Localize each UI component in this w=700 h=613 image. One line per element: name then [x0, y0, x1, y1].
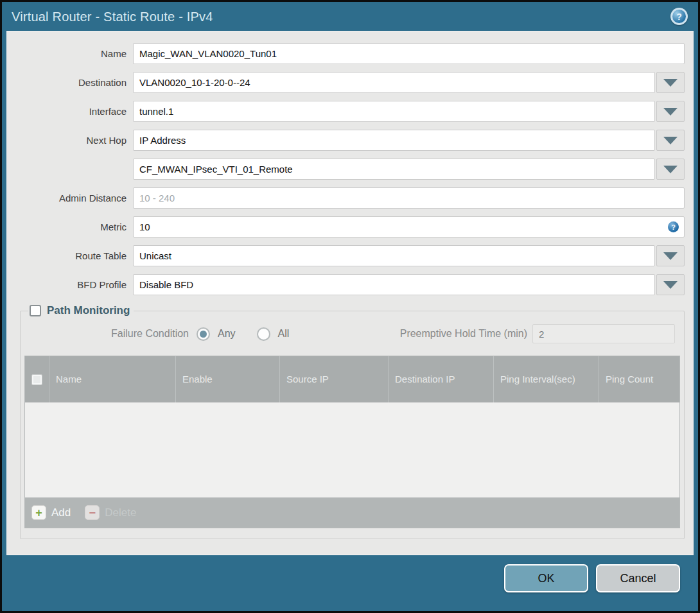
- add-icon: +: [31, 505, 46, 520]
- failure-condition-label: Failure Condition: [24, 328, 197, 340]
- next-hop-address-dropdown-button[interactable]: [656, 159, 685, 180]
- next-hop-label: Next Hop: [7, 135, 133, 146]
- form-row-admin-distance: Admin Distance: [7, 187, 693, 209]
- radio-dot: [260, 331, 267, 338]
- form-row-next-hop-address: [7, 159, 693, 180]
- cancel-button[interactable]: Cancel: [596, 564, 680, 592]
- metric-input[interactable]: [133, 216, 685, 237]
- chevron-down-icon: [663, 281, 678, 289]
- table-header-row: Name Enable Source IP Destination IP Pin…: [25, 356, 679, 402]
- form-row-next-hop: Next Hop: [7, 130, 693, 151]
- failure-condition-any-radio[interactable]: [197, 327, 210, 341]
- name-label: Name: [7, 48, 133, 59]
- title-bar: Virtual Router - Static Route - IPv4 ?: [2, 2, 698, 31]
- table-header-ping-interval[interactable]: Ping Interval(sec): [494, 356, 599, 402]
- table-header-enable[interactable]: Enable: [176, 356, 280, 402]
- path-monitoring-options-row: Failure Condition Any All Preemptive Hol…: [24, 324, 675, 344]
- chevron-down-icon: [663, 166, 678, 173]
- delete-icon: −: [85, 505, 100, 520]
- info-icon[interactable]: ?: [668, 221, 679, 232]
- chevron-down-icon: [663, 79, 678, 87]
- next-hop-address-input[interactable]: [133, 159, 655, 180]
- add-button-label: Add: [51, 506, 71, 519]
- table-header-name[interactable]: Name: [49, 356, 176, 402]
- route-table-label: Route Table: [7, 250, 133, 261]
- help-icon-glyph: ?: [672, 10, 686, 23]
- form-row-metric: Metric ?: [7, 216, 693, 237]
- ok-button[interactable]: OK: [504, 564, 588, 592]
- metric-label: Metric: [7, 221, 133, 232]
- preemptive-hold-time-group: Preemptive Hold Time (min): [400, 324, 675, 343]
- form-row-bfd-profile: BFD Profile: [7, 274, 693, 295]
- chevron-down-icon: [663, 252, 678, 260]
- form-row-destination: Destination: [7, 72, 693, 93]
- failure-condition-radio-group: Any All: [197, 327, 289, 341]
- table-header-source-ip[interactable]: Source IP: [280, 356, 389, 402]
- failure-condition-all-radio[interactable]: [257, 327, 270, 341]
- table-footer-bar: + Add − Delete: [25, 497, 679, 528]
- destination-input[interactable]: [133, 72, 655, 93]
- select-all-checkbox[interactable]: [31, 374, 42, 385]
- add-button[interactable]: + Add: [31, 505, 71, 520]
- bfd-profile-label: BFD Profile: [7, 279, 133, 290]
- form-row-name: Name: [7, 43, 693, 64]
- interface-input[interactable]: [133, 101, 655, 122]
- admin-distance-input[interactable]: [133, 187, 685, 209]
- interface-label: Interface: [7, 106, 133, 117]
- static-route-dialog: Virtual Router - Static Route - IPv4 ? N…: [0, 0, 700, 613]
- radio-dot: [200, 331, 207, 338]
- table-body-empty: [25, 402, 679, 497]
- table-header-ping-count[interactable]: Ping Count: [599, 356, 679, 402]
- preemptive-hold-time-label: Preemptive Hold Time (min): [400, 328, 527, 340]
- name-input[interactable]: [133, 43, 685, 64]
- path-monitoring-section: Path Monitoring Failure Condition Any Al…: [20, 304, 685, 539]
- admin-distance-label: Admin Distance: [7, 193, 133, 203]
- dialog-title: Virtual Router - Static Route - IPv4: [12, 10, 213, 24]
- path-monitoring-checkbox[interactable]: [30, 305, 41, 316]
- failure-condition-all-label: All: [278, 328, 290, 340]
- failure-condition-any-label: Any: [218, 328, 236, 340]
- dialog-content: Name Destination Interface: [6, 31, 694, 555]
- destination-dropdown-button[interactable]: [656, 72, 685, 93]
- path-monitoring-title: Path Monitoring: [47, 304, 130, 317]
- table-header-destination-ip[interactable]: Destination IP: [389, 356, 494, 402]
- path-monitoring-table: Name Enable Source IP Destination IP Pin…: [24, 356, 680, 528]
- delete-button[interactable]: − Delete: [85, 505, 136, 520]
- destination-label: Destination: [7, 77, 133, 88]
- preemptive-hold-time-input[interactable]: [532, 324, 675, 343]
- form-row-interface: Interface: [7, 101, 693, 122]
- bfd-profile-dropdown-button[interactable]: [656, 274, 685, 295]
- bfd-profile-input[interactable]: [133, 274, 655, 295]
- path-monitoring-legend: Path Monitoring: [28, 304, 134, 317]
- form-row-route-table: Route Table: [7, 245, 693, 266]
- interface-dropdown-button[interactable]: [656, 101, 685, 122]
- delete-button-label: Delete: [105, 506, 136, 519]
- next-hop-dropdown-button[interactable]: [656, 130, 685, 151]
- next-hop-type-input[interactable]: [133, 130, 655, 151]
- table-header-select-cell: [25, 356, 49, 402]
- help-icon[interactable]: ?: [670, 8, 688, 25]
- chevron-down-icon: [663, 137, 678, 144]
- route-table-dropdown-button[interactable]: [656, 245, 685, 266]
- route-table-input[interactable]: [133, 245, 655, 266]
- chevron-down-icon: [663, 108, 678, 116]
